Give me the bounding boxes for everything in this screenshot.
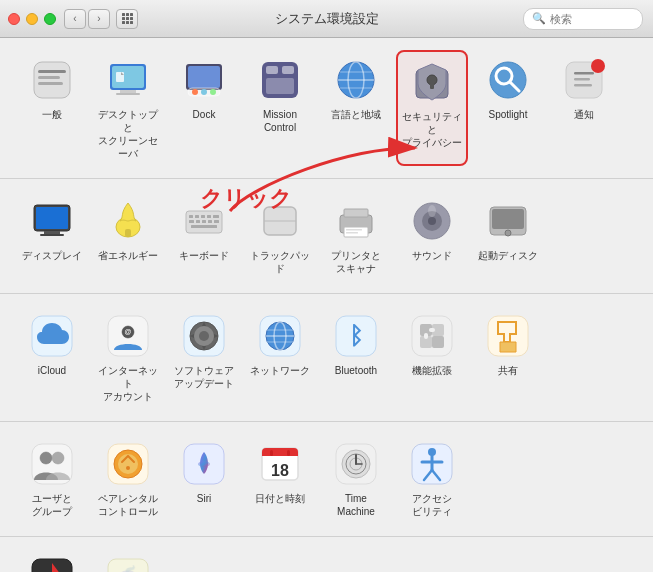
item-ippan[interactable]: 一般 bbox=[16, 50, 88, 166]
security-label: セキュリティとプライバシー bbox=[402, 110, 462, 149]
svg-rect-27 bbox=[430, 83, 434, 89]
svg-rect-33 bbox=[574, 72, 594, 75]
svg-rect-107 bbox=[287, 450, 290, 456]
item-desktop[interactable]: デスクトップとスクリーンセーバ bbox=[92, 50, 164, 166]
section-1-grid: 一般 デスクトップとスクリーンセーバ bbox=[16, 50, 637, 166]
svg-rect-90 bbox=[424, 333, 428, 339]
item-energy[interactable]: 省エネルギー bbox=[92, 191, 164, 281]
svg-rect-84 bbox=[412, 316, 452, 356]
item-network[interactable]: ネットワーク bbox=[244, 306, 316, 409]
svg-point-99 bbox=[126, 466, 130, 470]
minimize-button[interactable] bbox=[26, 13, 38, 25]
item-java[interactable]: ☕ Java bbox=[92, 549, 164, 572]
item-software[interactable]: ソフトウェアアップデート bbox=[168, 306, 240, 409]
item-extensions[interactable]: 機能拡張 bbox=[396, 306, 468, 409]
item-spotlight[interactable]: Spotlight bbox=[472, 50, 544, 166]
section-internet: iCloud @ インターネットアカウント bbox=[0, 294, 653, 422]
dock-label: Dock bbox=[193, 108, 216, 121]
item-startup[interactable]: 起動ディスク bbox=[472, 191, 544, 281]
svg-text:☕: ☕ bbox=[115, 564, 143, 572]
item-parental[interactable]: ペアレンタルコントロール bbox=[92, 434, 164, 524]
window-title: システム環境設定 bbox=[275, 10, 379, 28]
item-language[interactable]: 言語と地域 bbox=[320, 50, 392, 166]
title-bar: ‹ › システム環境設定 🔍 bbox=[0, 0, 653, 38]
svg-rect-89 bbox=[429, 328, 435, 332]
svg-point-63 bbox=[428, 217, 436, 225]
svg-point-101 bbox=[198, 461, 210, 467]
item-keyboard[interactable]: キーボード bbox=[168, 191, 240, 281]
maximize-button[interactable] bbox=[44, 13, 56, 25]
energy-label: 省エネルギー bbox=[98, 249, 158, 262]
svg-text:18: 18 bbox=[271, 462, 289, 479]
svg-point-64 bbox=[428, 205, 436, 217]
svg-rect-44 bbox=[195, 215, 199, 218]
svg-rect-38 bbox=[44, 231, 60, 234]
item-display[interactable]: ディスプレイ bbox=[16, 191, 88, 281]
siri-icon bbox=[180, 440, 228, 488]
svg-rect-46 bbox=[207, 215, 211, 218]
item-datetime[interactable]: 18 日付と時刻 bbox=[244, 434, 316, 524]
startup-icon bbox=[484, 197, 532, 245]
svg-rect-50 bbox=[202, 220, 206, 223]
search-input[interactable] bbox=[550, 13, 630, 25]
datetime-icon: 18 bbox=[256, 440, 304, 488]
item-printer[interactable]: プリンタとスキャナ bbox=[320, 191, 392, 281]
svg-rect-52 bbox=[214, 220, 219, 223]
item-notification[interactable]: 通知 bbox=[548, 50, 620, 166]
item-internet[interactable]: @ インターネットアカウント bbox=[92, 306, 164, 409]
svg-rect-59 bbox=[346, 229, 362, 231]
svg-point-67 bbox=[505, 230, 511, 236]
notification-label: 通知 bbox=[574, 108, 594, 121]
parental-icon bbox=[104, 440, 152, 488]
section-3-grid: iCloud @ インターネットアカウント bbox=[16, 306, 637, 409]
language-label: 言語と地域 bbox=[331, 108, 381, 121]
svg-rect-66 bbox=[492, 209, 524, 229]
grid-view-button[interactable] bbox=[116, 9, 138, 29]
svg-rect-48 bbox=[189, 220, 194, 223]
svg-point-13 bbox=[192, 89, 198, 95]
section-system: ユーザとグループ ペアレンタルコントロール bbox=[0, 422, 653, 537]
bluetooth-icon: ᛒ bbox=[332, 312, 380, 360]
datetime-label: 日付と時刻 bbox=[255, 492, 305, 505]
desktop-label: デスクトップとスクリーンセーバ bbox=[96, 108, 160, 160]
item-mission[interactable]: MissionControl bbox=[244, 50, 316, 166]
security-icon bbox=[408, 58, 456, 106]
section-other: Flash Player ☕ Java bbox=[0, 537, 653, 572]
item-siri[interactable]: Siri bbox=[168, 434, 240, 524]
item-bluetooth[interactable]: ᛒ Bluetooth bbox=[320, 306, 392, 409]
item-trackpad[interactable]: トラックパッド bbox=[244, 191, 316, 281]
forward-button[interactable]: › bbox=[88, 9, 110, 29]
item-sharing[interactable]: 共有 bbox=[472, 306, 544, 409]
back-button[interactable]: ‹ bbox=[64, 9, 86, 29]
svg-rect-49 bbox=[196, 220, 200, 223]
item-users[interactable]: ユーザとグループ bbox=[16, 434, 88, 524]
flash-icon bbox=[28, 555, 76, 572]
search-icon: 🔍 bbox=[532, 12, 546, 25]
display-label: ディスプレイ bbox=[22, 249, 82, 262]
svg-rect-47 bbox=[213, 215, 219, 218]
sharing-icon bbox=[484, 312, 532, 360]
item-sound[interactable]: サウンド bbox=[396, 191, 468, 281]
parental-label: ペアレンタルコントロール bbox=[98, 492, 158, 518]
svg-rect-51 bbox=[208, 220, 212, 223]
close-button[interactable] bbox=[8, 13, 20, 25]
ippan-icon bbox=[28, 56, 76, 104]
item-security[interactable]: セキュリティとプライバシー bbox=[396, 50, 468, 166]
item-timemachine[interactable]: TimeMachine bbox=[320, 434, 392, 524]
item-accessibility[interactable]: アクセシビリティ bbox=[396, 434, 468, 524]
svg-point-95 bbox=[52, 452, 64, 464]
notification-icon bbox=[560, 56, 608, 104]
item-icloud[interactable]: iCloud bbox=[16, 306, 88, 409]
svg-rect-39 bbox=[40, 234, 64, 236]
section-personal: 一般 デスクトップとスクリーンセーバ bbox=[0, 38, 653, 179]
software-icon bbox=[180, 312, 228, 360]
icloud-label: iCloud bbox=[38, 364, 66, 377]
svg-rect-43 bbox=[189, 215, 193, 218]
search-box[interactable]: 🔍 bbox=[523, 8, 643, 30]
svg-rect-2 bbox=[38, 76, 60, 79]
item-dock[interactable]: Dock bbox=[168, 50, 240, 166]
svg-rect-37 bbox=[36, 207, 68, 229]
svg-rect-11 bbox=[188, 66, 220, 88]
accessibility-label: アクセシビリティ bbox=[412, 492, 452, 518]
item-flash[interactable]: Flash Player bbox=[16, 549, 88, 572]
